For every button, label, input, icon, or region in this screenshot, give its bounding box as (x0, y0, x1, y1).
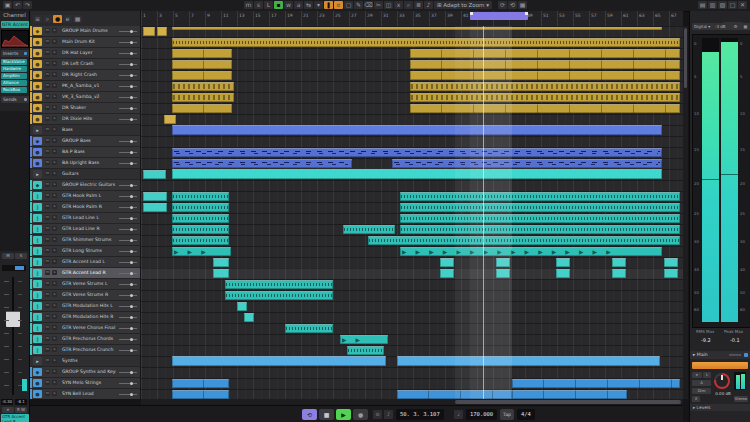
track-type-icon[interactable]: ∥ (33, 291, 42, 299)
track-mute-button[interactable]: m (45, 281, 50, 286)
punch-icon[interactable]: ⊙ (373, 410, 382, 419)
track-type-icon[interactable]: ● (33, 38, 42, 46)
track-row[interactable]: ∥msGTR Hook Palm L (30, 191, 140, 202)
track-type-icon[interactable]: ◆ (33, 137, 42, 145)
read-automation-icon[interactable]: a (294, 1, 303, 9)
track-name[interactable]: DR Shaker (62, 104, 116, 112)
track-name[interactable]: DR Hat Layer (62, 49, 116, 57)
track-solo-button[interactable]: s (52, 259, 57, 264)
clip-event[interactable] (440, 258, 454, 267)
control-room-main-header[interactable]: ▸ Main stereo (690, 351, 750, 359)
reference-button[interactable]: A (692, 380, 711, 386)
main-gain-readout[interactable]: 0.00 dB (710, 391, 736, 396)
track-volume-slider[interactable] (119, 350, 137, 351)
arrange-area[interactable]: ▶▶▶▶▶▶▶▶▶▶▶▶▶▶▶▶▶▶▶▶▶ (141, 26, 683, 399)
track-name[interactable]: DR Left Crash (62, 60, 116, 68)
track-volume-slider[interactable] (119, 251, 137, 252)
clip-event[interactable]: ▶▶ (340, 335, 388, 344)
track-row[interactable]: ∥msGTR Long Strums (30, 246, 140, 257)
insert-slot[interactable]: AmpSim (1, 73, 27, 79)
clip-event[interactable] (172, 38, 680, 47)
track-volume-slider[interactable] (119, 42, 137, 43)
track-row[interactable]: ●msDR Left Crash (30, 59, 140, 70)
track-volume-slider[interactable] (119, 218, 137, 219)
track-volume-slider[interactable] (119, 295, 137, 296)
track-solo-button[interactable]: s (52, 50, 57, 55)
insert-slot[interactable]: Hardwire (1, 66, 27, 72)
track-mute-button[interactable]: m (45, 149, 50, 154)
track-mute-button[interactable]: m (45, 193, 50, 198)
track-solo-button[interactable]: s (52, 116, 57, 121)
auto-scroll-icon[interactable]: ⇆ (304, 1, 313, 9)
track-mute-button[interactable]: m (45, 72, 50, 77)
clip-event[interactable] (612, 258, 626, 267)
left-zone-icon[interactable]: ▤ (698, 1, 707, 9)
track-type-icon[interactable]: ∥ (33, 302, 42, 310)
main-level-knob[interactable] (714, 373, 730, 389)
track-mute-button[interactable]: m (45, 369, 50, 374)
track-mute-button[interactable]: m (45, 171, 50, 176)
track-type-icon[interactable]: ∥ (33, 313, 42, 321)
adapt-to-zoom-dropdown[interactable]: ⊞ Adapt to Zoom ▾ (434, 1, 492, 9)
track-type-icon[interactable]: ● (33, 104, 42, 112)
track-name[interactable]: SYN Bell Lead (62, 390, 116, 398)
track-row[interactable]: ●msDR Shaker (30, 103, 140, 114)
track-type-icon[interactable]: ∥ (33, 280, 42, 288)
clip-event[interactable] (400, 225, 680, 234)
track-mute-button[interactable]: m (45, 226, 50, 231)
track-mute-button[interactable]: m (45, 391, 50, 396)
auto-scroll-menu-icon[interactable]: ▾ (314, 1, 323, 9)
track-name[interactable]: BA Upright Bass (62, 159, 116, 167)
track-solo-button[interactable]: s (52, 325, 57, 330)
channel-automation-button[interactable]: R W (15, 407, 27, 413)
downmix-select[interactable]: Stereo (734, 396, 748, 402)
eq-display[interactable] (1, 30, 29, 48)
track-name[interactable]: GTR Modulation Hits R (62, 313, 116, 321)
clip-event[interactable] (400, 203, 680, 212)
track-name[interactable]: GTR Shimmer Strums (62, 236, 116, 244)
track-solo-button[interactable]: s (52, 61, 57, 66)
track-volume-slider[interactable] (119, 328, 137, 329)
track-row[interactable]: ◆msGROUP Synths and Keys (30, 367, 140, 378)
track-type-icon[interactable]: ● (33, 60, 42, 68)
mono-button[interactable]: il (692, 396, 700, 402)
track-solo-button[interactable]: s (52, 94, 57, 99)
track-name[interactable]: DR Right Crash (62, 71, 116, 79)
clip-event[interactable] (143, 203, 167, 212)
clip-event[interactable] (410, 60, 680, 69)
clip-event[interactable] (172, 225, 229, 234)
clip-event[interactable] (172, 49, 232, 58)
track-grid-icon[interactable]: ▦ (73, 15, 82, 23)
clip-event[interactable] (664, 269, 678, 278)
clip-event[interactable] (172, 27, 662, 30)
track-row[interactable]: ∥msGTR Hook Palm R (30, 202, 140, 213)
channel-track-name[interactable]: GTR Accent Lead R (1, 414, 29, 422)
dim-button[interactable]: Dim (692, 388, 711, 394)
clip-event[interactable] (172, 192, 229, 201)
clip-event[interactable] (172, 356, 386, 366)
clip-event[interactable] (172, 169, 662, 179)
clip-event[interactable]: ▶▶▶▶▶▶▶▶▶▶▶▶▶▶▶▶ (400, 247, 662, 256)
zoom-undo-icon[interactable]: ⟳ (498, 1, 507, 9)
track-volume-slider[interactable] (119, 141, 137, 142)
clip-event[interactable] (400, 214, 680, 223)
track-mute-button[interactable]: m (45, 105, 50, 110)
track-type-icon[interactable]: ∥ (33, 335, 42, 343)
track-name[interactable]: GTR Lead Line L (62, 214, 116, 222)
right-zone-icon[interactable]: ▧ (718, 1, 727, 9)
track-row[interactable]: ∥msGTR Accent Lead R (30, 268, 140, 279)
solo-icon[interactable]: s (254, 1, 263, 9)
track-row[interactable]: ●msPK_A_Samba_v1 (30, 81, 140, 92)
track-type-icon[interactable]: ∥ (33, 203, 42, 211)
track-row[interactable]: ∥msGTR Lead Line L (30, 213, 140, 224)
track-name[interactable]: GTR Verse Chorus Final (62, 324, 116, 332)
track-volume-slider[interactable] (119, 185, 137, 186)
track-type-icon[interactable]: ∥ (33, 258, 42, 266)
track-volume-slider[interactable] (119, 163, 137, 164)
find-track-icon[interactable]: ⌕ (43, 15, 52, 23)
track-name[interactable]: GTR Verse Strums L (62, 280, 116, 288)
track-mute-button[interactable]: m (45, 314, 50, 319)
track-volume-slider[interactable] (119, 119, 137, 120)
track-name[interactable]: GTR Prechorus Crunch (62, 346, 116, 354)
track-solo-button[interactable]: s (52, 149, 57, 154)
